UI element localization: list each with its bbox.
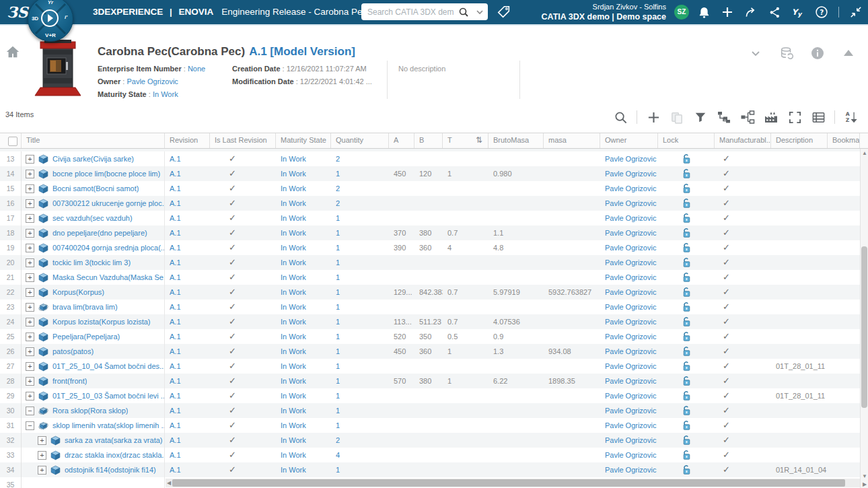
sort-az-icon[interactable]: AZ: [844, 110, 859, 125]
item-title-link[interactable]: Korpus lozista(Korpus lozista): [52, 314, 151, 329]
item-title-link[interactable]: patos(patos): [52, 344, 94, 359]
owner-link[interactable]: Pavle Ogrizovic: [600, 151, 658, 166]
enterprise-item-number-value[interactable]: None: [188, 65, 205, 73]
expand-row-icon[interactable]: +: [26, 392, 34, 400]
revision-value[interactable]: A.1: [165, 462, 210, 477]
table-row[interactable]: 33+drzac stakla inox(drzac stakla...A.1✓…: [0, 448, 868, 462]
item-title-link[interactable]: 007400204 gornja srednja ploca(...: [52, 240, 164, 255]
column-header-t[interactable]: T⇅: [443, 133, 489, 148]
item-title-link[interactable]: odstojnik fi14(odstojnik fi14): [65, 462, 156, 477]
maturity-state-value[interactable]: In Work: [276, 181, 331, 196]
unlocked-padlock-icon[interactable]: [682, 420, 692, 431]
unlocked-padlock-icon[interactable]: [682, 331, 692, 342]
expand-row-icon[interactable]: +: [26, 155, 34, 164]
quantity-value[interactable]: 1: [331, 403, 389, 418]
owner-link[interactable]: Pavle Ogrizovic: [600, 240, 658, 255]
maturity-state-value[interactable]: In Work: [153, 90, 178, 98]
maturity-state-value[interactable]: In Work: [276, 359, 331, 374]
table-row[interactable]: 19+007400204 gornja srednja ploca(...A.1…: [0, 240, 868, 255]
item-title-link[interactable]: Pepeljara(Pepeljara): [52, 329, 120, 344]
expand-row-icon[interactable]: +: [38, 436, 46, 445]
paste-icon[interactable]: [670, 110, 684, 125]
column-header-bookmark[interactable]: Bookmark: [828, 133, 860, 148]
maturity-state-value[interactable]: In Work: [276, 196, 331, 211]
add-content-plus-icon[interactable]: [721, 5, 734, 19]
owner-link[interactable]: Pavle Ogrizovic: [600, 374, 658, 388]
owner-link[interactable]: Pavle Ogrizovic: [600, 314, 658, 329]
share-arrow-icon[interactable]: [744, 5, 758, 19]
expand-row-icon[interactable]: +: [26, 244, 34, 252]
revision-value[interactable]: A.1: [165, 359, 210, 374]
column-header-lock[interactable]: Lock: [658, 133, 715, 148]
owner-link[interactable]: Pavle Ogrizovic: [600, 225, 658, 240]
quantity-value[interactable]: 1: [331, 314, 389, 329]
unlocked-padlock-icon[interactable]: [682, 435, 692, 446]
maturity-state-value[interactable]: In Work: [276, 329, 331, 344]
revision-value[interactable]: A.1: [165, 314, 210, 329]
quantity-value[interactable]: 1: [331, 374, 389, 388]
search-icon[interactable]: [456, 3, 472, 20]
column-header-masa[interactable]: masa: [544, 133, 600, 148]
owner-link[interactable]: Pavle Ogrizovic: [600, 270, 658, 285]
owner-link[interactable]: Pavle Ogrizovic: [600, 329, 658, 344]
scroll-up-arrow-icon[interactable]: ▲: [861, 150, 868, 156]
item-title-link[interactable]: Maska Secun Vazduha(Maska Se...: [52, 270, 164, 285]
revision-value[interactable]: A.1: [165, 285, 210, 300]
item-title-link[interactable]: Korpus(Korpus): [52, 285, 104, 300]
owner-link[interactable]: Pavle Ogrizovic: [600, 255, 658, 270]
owner-link[interactable]: Pavle Ogrizovic: [600, 344, 658, 359]
unlocked-padlock-icon[interactable]: [682, 242, 692, 253]
owner-link[interactable]: Pavle Ogrizovic: [600, 462, 658, 477]
revision-value[interactable]: A.1: [165, 255, 210, 270]
item-title-link[interactable]: tockic lim 3(tockic lim 3): [52, 255, 131, 270]
column-header-revision[interactable]: Revision: [165, 133, 210, 148]
3dcompass-icon[interactable]: Yr 3D i' V+R: [28, 0, 73, 42]
expand-row-icon[interactable]: +: [26, 258, 34, 267]
expand-structure-icon[interactable]: [740, 110, 755, 125]
table-row[interactable]: 13+Civija sarke(Civija sarke)A.1✓In Work…: [0, 151, 868, 166]
quantity-value[interactable]: 1: [331, 211, 389, 225]
column-header-brutomasa[interactable]: BrutoMasa: [489, 133, 544, 148]
table-row[interactable]: 24+Korpus lozista(Korpus lozista)A.1✓In …: [0, 314, 868, 329]
compass-play-icon[interactable]: [41, 9, 59, 27]
unlocked-padlock-icon[interactable]: [682, 346, 692, 357]
table-row[interactable]: 18+dno pepeljare(dno pepeljare)A.1✓In Wo…: [0, 225, 868, 240]
unlocked-padlock-icon[interactable]: [682, 168, 692, 179]
horizontal-scroll-thumb[interactable]: [172, 479, 845, 487]
maturity-state-value[interactable]: In Work: [276, 270, 331, 285]
quantity-value[interactable]: 2: [331, 196, 389, 211]
table-row[interactable]: 26+patos(patos)A.1✓In Work145036011.3934…: [0, 344, 868, 359]
expand-row-icon[interactable]: +: [26, 377, 34, 386]
unlocked-padlock-icon[interactable]: [682, 405, 692, 416]
table-row[interactable]: 22+Korpus(Korpus)A.1✓In Work1129...842.3…: [0, 285, 868, 300]
vertical-scrollbar[interactable]: ▲ ▼ ▶: [860, 149, 868, 488]
quantity-value[interactable]: 1: [331, 418, 389, 433]
maturity-state-value[interactable]: In Work: [276, 285, 331, 300]
expand-row-icon[interactable]: +: [26, 288, 34, 297]
item-title-link[interactable]: sarka za vrata(sarka za vrata): [65, 433, 163, 448]
owner-link[interactable]: Pavle Ogrizovic: [600, 211, 658, 225]
expand-row-icon[interactable]: +: [26, 362, 34, 371]
item-title-link[interactable]: front(front): [52, 374, 87, 388]
quantity-value[interactable]: 1: [331, 270, 389, 285]
item-title-link[interactable]: drzac stakla inox(drzac stakla...: [65, 448, 164, 462]
collapse-header-icon[interactable]: [841, 46, 856, 61]
table-view-icon[interactable]: [811, 110, 826, 125]
expand-row-icon[interactable]: +: [38, 466, 46, 475]
table-row[interactable]: 16+007300212 ukrucenje gornje ploc...A.1…: [0, 196, 868, 211]
expand-row-icon[interactable]: +: [26, 199, 34, 208]
owner-link[interactable]: Pavle Ogrizovic: [600, 300, 658, 314]
sort-indicator-icon[interactable]: ⇅: [476, 135, 482, 145]
quantity-value[interactable]: 1: [331, 240, 389, 255]
owner-link[interactable]: Pavle Ogrizovic: [600, 403, 658, 418]
table-row[interactable]: 21+Maska Secun Vazduha(Maska Se...A.1✓In…: [0, 270, 868, 285]
search-options-chevron-icon[interactable]: [472, 3, 488, 20]
owner-value[interactable]: Pavle Ogrizovic: [126, 77, 178, 85]
expand-row-icon[interactable]: +: [26, 347, 34, 356]
info-icon[interactable]: [810, 46, 825, 61]
scroll-down-arrow-icon[interactable]: ▼: [861, 473, 868, 479]
quantity-value[interactable]: 1: [331, 344, 389, 359]
quantity-value[interactable]: 2: [331, 181, 389, 196]
scroll-right-arrow-icon[interactable]: ▶: [861, 481, 868, 487]
unlocked-padlock-icon[interactable]: [682, 183, 692, 194]
